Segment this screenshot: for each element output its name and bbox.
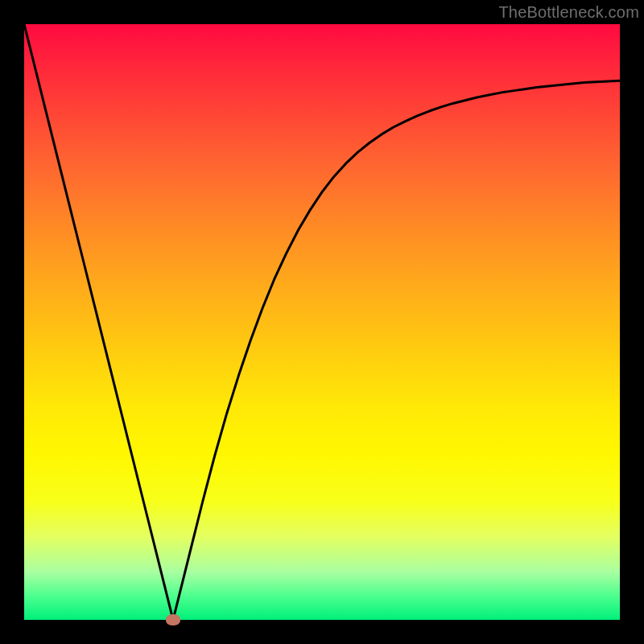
bottleneck-curve [24,24,620,620]
plot-area [24,24,620,620]
curve-svg [24,24,620,620]
watermark-text: TheBottleneck.com [498,3,639,22]
optimum-marker [166,614,180,625]
chart-frame: TheBottleneck.com [0,0,644,644]
